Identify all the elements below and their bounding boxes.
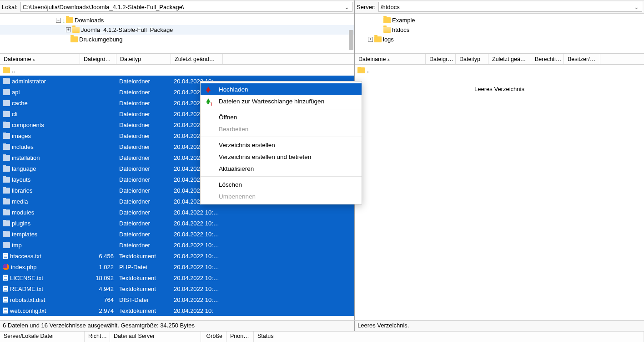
parent-dir-row[interactable]: .. [355, 65, 644, 76]
file-row[interactable]: tmpDateiordner20.04.2022 10:… [0, 240, 354, 250]
folder-icon [3, 209, 10, 215]
local-tree[interactable]: −↓Downloads+Joomla_4.1.2-Stable-Full_Pac… [0, 14, 354, 54]
file-name: index.php [11, 264, 36, 271]
folder-icon [66, 17, 73, 23]
tree-item-label: Druckumgebung [79, 36, 122, 43]
file-name: LICENSE.txt [10, 275, 43, 281]
col-modified[interactable]: Zuletzt geänd… [171, 54, 223, 64]
folder-icon [3, 188, 10, 194]
menu-upload[interactable]: Hochladen [201, 83, 362, 95]
file-row[interactable]: robots.txt.dist764DIST-Datei20.04.2022 1… [0, 294, 354, 305]
menu-open[interactable]: Öffnen [201, 111, 362, 123]
menu-refresh[interactable]: Aktualisieren [201, 163, 362, 174]
col-owner[interactable]: Besitzer/… [564, 54, 600, 64]
server-file-list[interactable]: .. Leeres Verzeichnis [355, 65, 644, 320]
qcol-status[interactable]: Status [254, 332, 644, 342]
file-name: cli [12, 111, 17, 117]
menu-rename: Umbenennen [201, 190, 362, 202]
file-icon [3, 253, 8, 259]
col-type[interactable]: Dateityp [456, 54, 488, 64]
server-path-input[interactable]: /htdocs ⌄ [378, 2, 642, 12]
tree-item-label: Downloads [75, 17, 104, 24]
tree-item[interactable]: htdocs [355, 25, 644, 35]
folder-icon [3, 122, 10, 128]
local-columns-header[interactable]: Dateiname▴ Dateigrö… Dateityp Zuletzt ge… [0, 54, 354, 65]
col-permissions[interactable]: Berechti… [531, 54, 564, 64]
folder-icon [3, 78, 10, 84]
download-arrow-icon: ↓ [62, 17, 65, 24]
file-name: includes [12, 143, 34, 150]
file-row[interactable]: index.php1.022PHP-Datei20.04.2022 10:… [0, 261, 354, 272]
file-row[interactable]: web.config.txt2.974Textdokument20.04.202… [0, 305, 354, 316]
qcol-size[interactable]: Größe [201, 332, 226, 342]
folder-icon [3, 242, 10, 248]
local-path-row: Lokal: C:\Users\julia\Downloads\Joomla_4… [0, 0, 354, 14]
file-type: Dateiordner [116, 198, 171, 205]
file-type: Dateiordner [116, 143, 171, 150]
tree-item[interactable]: +Joomla_4.1.2-Stable-Full_Package [0, 25, 354, 35]
qcol-direction[interactable]: Richt… [85, 332, 110, 342]
file-name: language [12, 165, 36, 172]
file-type: Dateiordner [116, 133, 171, 139]
menu-separator [201, 137, 362, 137]
file-type: PHP-Datei [116, 264, 171, 271]
menu-add-to-queue[interactable]: Dateien zur Warteschlange hinzufügen [201, 95, 362, 107]
file-type: DIST-Datei [116, 296, 171, 303]
local-path-input[interactable]: C:\Users\julia\Downloads\Joomla_4.1.2-St… [20, 2, 352, 12]
tree-expand-icon[interactable]: − [56, 18, 61, 23]
dropdown-icon[interactable]: ⌄ [343, 4, 350, 10]
file-modified: 20.04.2022 10:… [171, 242, 244, 249]
folder-icon [3, 199, 10, 204]
menu-edit: Bearbeiten [201, 123, 362, 135]
qcol-serverfile[interactable]: Server/Lokale Datei [0, 332, 85, 342]
tree-expand-icon[interactable]: + [66, 27, 71, 32]
tree-item[interactable]: −↓Downloads [0, 15, 354, 25]
parent-dir-row[interactable]: .. [0, 65, 354, 76]
file-row[interactable]: templatesDateiordner20.04.2022 10:… [0, 229, 354, 240]
tree-item-label: htdocs [392, 26, 409, 33]
file-row[interactable]: README.txt4.942Textdokument20.04.2022 10… [0, 283, 354, 294]
file-type: Dateiordner [116, 176, 171, 183]
file-icon [3, 296, 8, 303]
qcol-remotefile[interactable]: Datei auf Server [110, 332, 201, 342]
dropdown-icon[interactable]: ⌄ [633, 4, 640, 10]
tree-item[interactable]: Example [355, 15, 644, 25]
folder-icon [3, 231, 10, 237]
folder-icon [357, 67, 365, 73]
menu-separator [201, 109, 362, 109]
menu-create-directory[interactable]: Verzeichnis erstellen [201, 139, 362, 151]
col-size[interactable]: Dateigrö… [80, 54, 116, 64]
file-name: htaccess.txt [10, 253, 41, 260]
scrollbar[interactable] [349, 30, 353, 50]
file-row[interactable]: modulesDateiordner20.04.2022 10:… [0, 207, 354, 218]
col-type[interactable]: Dateityp [116, 54, 171, 64]
file-row[interactable]: htaccess.txt6.456Textdokument20.04.2022 … [0, 250, 354, 261]
server-columns-header[interactable]: Dateiname▴ Dateigr… Dateityp Zuletzt geä… [355, 54, 644, 65]
tree-item[interactable]: +logs [355, 35, 644, 44]
col-name: Dateiname▴ [355, 54, 426, 64]
queue-header[interactable]: Server/Lokale Datei Richt… Datei auf Ser… [0, 331, 644, 342]
file-type: Textdokument [116, 286, 171, 292]
folder-icon [3, 155, 10, 161]
server-tree[interactable]: Examplehtdocs+logs [355, 14, 644, 54]
tree-expand-icon[interactable]: + [368, 37, 373, 42]
file-row[interactable]: pluginsDateiordner20.04.2022 10:… [0, 218, 354, 229]
file-modified: 20.04.2022 10:… [171, 275, 244, 281]
folder-icon [72, 27, 80, 33]
menu-create-directory-enter[interactable]: Verzeichnis erstellen und betreten [201, 151, 362, 163]
file-name: administrator [12, 78, 46, 85]
file-size: 2.974 [80, 307, 116, 314]
menu-delete[interactable]: Löschen [201, 179, 362, 190]
folder-icon [3, 220, 10, 226]
qcol-priority[interactable]: Priori… [226, 332, 254, 342]
file-size: 4.942 [80, 286, 116, 292]
file-size: 6.456 [80, 253, 116, 260]
tree-item[interactable]: Druckumgebung [0, 35, 354, 44]
col-modified[interactable]: Zuletzt geä… [488, 54, 531, 64]
folder-icon [70, 36, 78, 42]
file-name: templates [12, 231, 37, 238]
col-size[interactable]: Dateigr… [426, 54, 456, 64]
file-row[interactable]: LICENSE.txt18.092Textdokument20.04.2022 … [0, 272, 354, 283]
server-path-label: Server: [357, 4, 376, 10]
file-modified: 20.04.2022 10:… [171, 220, 244, 227]
